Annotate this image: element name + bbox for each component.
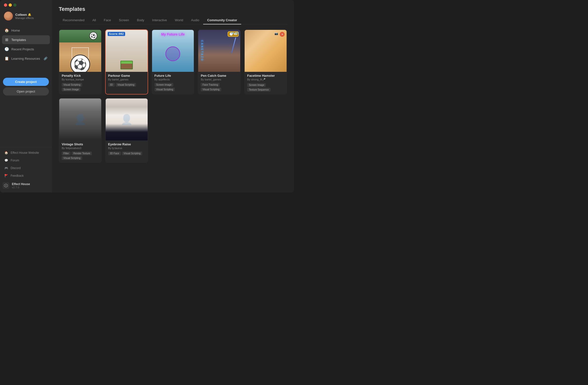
card-tags: 3D Face Visual Scripting — [108, 152, 145, 155]
tag: Screen Image — [247, 83, 266, 87]
tag: 3D — [108, 83, 115, 87]
app-logo — [2, 182, 9, 189]
user-section[interactable]: Colleen 🔔 Manage effects — [0, 9, 52, 24]
card-author: By felipesalves3 — [62, 147, 99, 150]
card-author: By bartel_games — [108, 78, 145, 81]
card-tags: Filter Render Texture Visual Scripting — [62, 152, 99, 160]
tag: 3D Face — [108, 152, 121, 155]
card-info-penalty-kick: Penalty Kick By komiya_kampe Visual Scri… — [59, 72, 101, 94]
discord-icon: 🎮 — [4, 166, 8, 170]
card-info-facetime: Facetime Hamster By strong_fil🎤 Screen I… — [245, 72, 287, 94]
future-life-label: My Future Life — [161, 32, 185, 36]
close-button[interactable] — [4, 3, 7, 7]
flag-icon: 🚩 — [4, 174, 8, 178]
template-card-pen-catch[interactable]: 🕐 46 ✏ 03 CANETAZO Pen Catch Game By bar… — [198, 29, 241, 95]
card-title: Eyebrow Raise — [108, 142, 145, 146]
template-grid: ⚽ ⚽ Penalty Kick By komiya_kampe Visual … — [59, 29, 287, 188]
tab-interactive[interactable]: Interactive — [148, 16, 171, 24]
card-tags: Face Tracking Visual Scripting — [201, 83, 238, 91]
camera-icon: 📷 — [274, 32, 278, 35]
tab-audio[interactable]: Audio — [187, 16, 203, 24]
soccer-ball-icon: ⚽ — [89, 32, 97, 40]
tab-all[interactable]: All — [88, 16, 100, 24]
card-author: By ty.taurus — [108, 147, 145, 150]
card-title: Future Life — [154, 74, 191, 78]
external-link-icon: 🔗 — [44, 57, 47, 60]
sidebar-item-discord[interactable]: 🎮 Discord — [2, 164, 50, 172]
card-image-parkour: Score:002 — [106, 30, 147, 72]
card-image-facetime: 📷 ✕ — [245, 30, 287, 72]
card-info-parkour: Parkour Game By bartel_games 3D Visual S… — [106, 72, 147, 89]
tab-body[interactable]: Body — [133, 16, 148, 24]
card-info-future: Future Life By azjeffects Screen Image V… — [152, 72, 194, 94]
tag: Visual Scripting — [122, 152, 143, 155]
book-icon: 📋 — [4, 56, 9, 61]
tab-bar: Recommended All Face Screen Body Interac… — [59, 16, 287, 24]
tag: Filter — [62, 152, 71, 155]
card-title: Facetime Hamster — [247, 74, 284, 78]
tab-community-creator[interactable]: Community Creator — [203, 16, 241, 24]
pencil-element — [231, 38, 236, 53]
tab-world[interactable]: World — [171, 16, 187, 24]
sidebar-item-recent-projects[interactable]: 🕐 Recent Projects — [2, 45, 50, 54]
face-placeholder: 👤 — [106, 99, 147, 141]
card-title: Parkour Game — [108, 74, 145, 78]
tag: Visual Scripting — [62, 83, 82, 87]
tab-screen[interactable]: Screen — [115, 16, 133, 24]
maximize-button[interactable] — [13, 3, 17, 7]
home-icon: 🏠 — [4, 28, 9, 33]
tab-face[interactable]: Face — [100, 16, 115, 24]
large-soccer-ball: ⚽ — [70, 55, 90, 72]
user-role: Manage effects — [15, 17, 34, 20]
open-project-button[interactable]: Open project — [3, 87, 49, 96]
template-card-future-life[interactable]: My Future Life Future Life By azjeffects… — [151, 29, 194, 95]
nav-section: 🏠 Home ⊞ Templates 🕐 Recent Projects 📋 L… — [0, 24, 52, 76]
template-card-facetime-hamster[interactable]: 📷 ✕ Facetime Hamster By strong_fil🎤 Scre… — [244, 29, 287, 95]
card-image-future: My Future Life — [152, 30, 194, 72]
card-title: Penalty Kick — [62, 74, 99, 78]
template-card-eyebrow-raise[interactable]: 👤 Eyebrow Raise By ty.taurus 3D Face Vis… — [105, 98, 148, 163]
close-badge: ✕ — [280, 32, 285, 37]
card-info-pencatch: Pen Catch Game By bartel_games Face Trac… — [198, 72, 240, 94]
score-overlay: Score:002 — [108, 32, 126, 36]
sidebar-item-learning-resources[interactable]: 📋 Learning Resources 🔗 — [2, 54, 50, 63]
sidebar-item-templates[interactable]: ⊞ Templates — [2, 35, 50, 44]
tag: Screen Image — [154, 83, 173, 87]
tag: Visual Scripting — [201, 88, 221, 91]
card-image-pencatch: 🕐 46 ✏ 03 CANETAZO — [198, 30, 240, 72]
card-tags: Screen Image Texture Sequence — [247, 83, 284, 92]
sidebar-bottom: 🏠 Effect House Website 💬 Forum 🎮 Discord… — [0, 147, 52, 180]
sidebar-item-feedback[interactable]: 🚩 Feedback — [2, 172, 50, 180]
tab-recommended[interactable]: Recommended — [59, 16, 88, 24]
pen-timer: ✏ 03 — [231, 31, 239, 35]
page-title: Templates — [59, 6, 287, 12]
card-tags: Screen Image Visual Scripting — [154, 83, 191, 91]
create-project-button[interactable]: Create project — [3, 78, 49, 86]
tag: Visual Scripting — [154, 88, 175, 91]
pen-text: CANETAZO — [201, 40, 203, 62]
face-placeholder: 👤 — [59, 99, 101, 141]
sidebar: Colleen 🔔 Manage effects 🏠 Home ⊞ Templa… — [0, 0, 52, 193]
templates-icon: ⊞ — [4, 38, 9, 42]
svg-point-0 — [5, 185, 6, 186]
template-card-parkour-game[interactable]: Score:002 Parkour Game By bartel_games 3… — [105, 29, 148, 95]
card-tags: Visual Scripting Screen Image — [62, 83, 99, 91]
sidebar-item-forum[interactable]: 💬 Forum — [2, 157, 50, 164]
tag: Screen Image — [62, 88, 81, 91]
minimize-button[interactable] — [9, 3, 12, 7]
sidebar-item-effect-house-website[interactable]: 🏠 Effect House Website — [2, 149, 50, 157]
card-info-vintage: Vintage Shots By felipesalves3 Filter Re… — [59, 141, 101, 162]
future-circle — [165, 46, 180, 61]
tag: Face Tracking — [201, 83, 220, 87]
card-image-vintage: 👤 — [59, 99, 101, 141]
user-name: Colleen 🔔 — [15, 13, 34, 17]
card-image-penalty: ⚽ ⚽ — [59, 30, 101, 72]
template-card-penalty-kick[interactable]: ⚽ ⚽ Penalty Kick By komiya_kampe Visual … — [59, 29, 102, 95]
card-info-eyebrow: Eyebrow Raise By ty.taurus 3D Face Visua… — [106, 141, 147, 158]
card-author: By strong_fil🎤 — [247, 78, 284, 81]
sidebar-item-home[interactable]: 🏠 Home — [2, 26, 50, 35]
template-card-vintage-shots[interactable]: 👤 Vintage Shots By felipesalves3 Filter … — [59, 98, 102, 163]
app-info: Effect House v2.7.0 — [12, 182, 30, 189]
tag: Render Texture — [72, 152, 92, 155]
card-title: Vintage Shots — [62, 142, 99, 146]
